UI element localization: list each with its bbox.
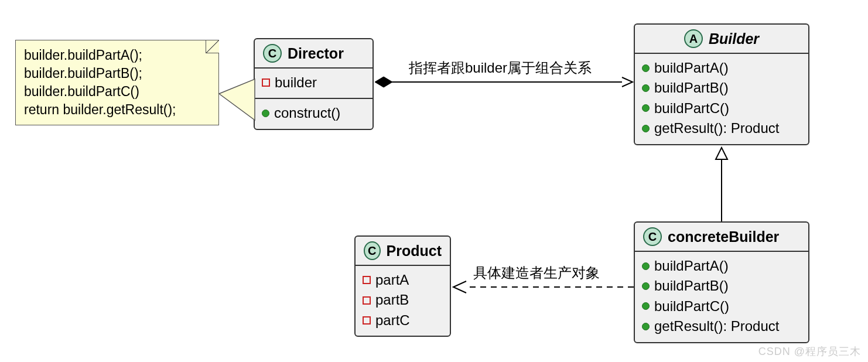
class-name: concreteBuilder: [668, 228, 779, 245]
method-text: buildPartC(): [654, 99, 729, 118]
method-text: buildPartA(): [654, 59, 729, 77]
methods-section: construct(): [255, 98, 373, 128]
attribute-row: partA: [363, 271, 443, 289]
watermark: CSDN @程序员三木: [758, 344, 861, 358]
attributes-section: partA partB partC: [356, 265, 450, 336]
public-icon: [642, 262, 650, 270]
method-row: buildPartB(): [642, 276, 801, 295]
public-icon: [642, 104, 650, 112]
method-row: buildPartA(): [642, 59, 801, 77]
method-row: getResult(): Product: [642, 317, 801, 336]
method-row: buildPartA(): [642, 257, 801, 275]
public-icon: [642, 302, 650, 310]
label-dependency: 具体建造者生产对象: [473, 264, 600, 282]
class-director: C Director builder construct(): [254, 38, 374, 130]
class-name: Director: [288, 45, 344, 62]
public-icon: [642, 125, 650, 132]
attribute-text: partC: [375, 311, 410, 330]
note-line: builder.buildPartC(): [24, 83, 210, 101]
private-icon: [363, 296, 371, 305]
method-text: construct(): [274, 104, 340, 122]
methods-section: buildPartA() buildPartB() buildPartC() g…: [635, 251, 808, 342]
public-icon: [642, 323, 650, 330]
abstract-icon: A: [684, 29, 703, 48]
attribute-text: partA: [375, 271, 409, 289]
note-construct: builder.buildPartA(); builder.buildPartB…: [15, 40, 219, 125]
private-icon: [363, 276, 371, 284]
method-row: buildPartB(): [642, 78, 801, 97]
note-tail-icon: [219, 79, 255, 120]
class-builder: A Builder buildPartA() buildPartB() buil…: [634, 23, 809, 145]
private-icon: [262, 78, 270, 87]
class-icon: C: [263, 44, 282, 63]
method-row: buildPartC(): [642, 297, 801, 316]
public-icon: [642, 64, 650, 72]
class-product: C Product partA partB partC: [354, 235, 451, 337]
method-row: construct(): [262, 104, 365, 122]
triangle-hollow-icon: [716, 148, 727, 159]
arrow-open-icon: [453, 281, 466, 293]
class-icon: C: [364, 241, 381, 260]
attribute-text: builder: [275, 73, 317, 92]
public-icon: [642, 84, 650, 92]
label-composition: 指挥者跟builder属于组合关系: [409, 59, 592, 77]
arrow-open-icon: [622, 77, 633, 87]
methods-section: buildPartA() buildPartB() buildPartC() g…: [635, 53, 808, 144]
method-text: buildPartC(): [654, 297, 729, 316]
method-row: getResult(): Product: [642, 119, 801, 138]
method-text: buildPartA(): [654, 257, 729, 275]
method-text: buildPartB(): [654, 276, 729, 295]
note-line: return builder.getResult();: [24, 101, 210, 119]
public-icon: [642, 282, 650, 290]
class-title: A Builder: [635, 25, 808, 53]
note-line: builder.buildPartB();: [24, 64, 210, 83]
attributes-section: builder: [255, 67, 373, 98]
method-row: buildPartC(): [642, 99, 801, 118]
note-line: builder.buildPartA();: [24, 46, 210, 64]
private-icon: [363, 316, 371, 325]
class-concrete-builder: C concreteBuilder buildPartA() buildPart…: [634, 221, 809, 343]
attribute-row: partB: [363, 291, 443, 309]
attribute-row: partC: [363, 311, 443, 330]
method-text: buildPartB(): [654, 78, 729, 97]
class-icon: C: [643, 227, 662, 246]
attribute-text: partB: [375, 291, 409, 309]
diamond-filled-icon: [375, 77, 392, 87]
method-text: getResult(): Product: [654, 317, 779, 336]
class-title: C concreteBuilder: [635, 223, 808, 251]
class-title: C Director: [255, 39, 373, 67]
class-title: C Product: [356, 237, 450, 265]
class-name: Builder: [709, 30, 759, 47]
attribute-row: builder: [262, 73, 365, 92]
method-text: getResult(): Product: [654, 119, 779, 138]
note-fold-icon: [206, 40, 219, 53]
class-name: Product: [387, 243, 442, 259]
public-icon: [262, 110, 269, 117]
